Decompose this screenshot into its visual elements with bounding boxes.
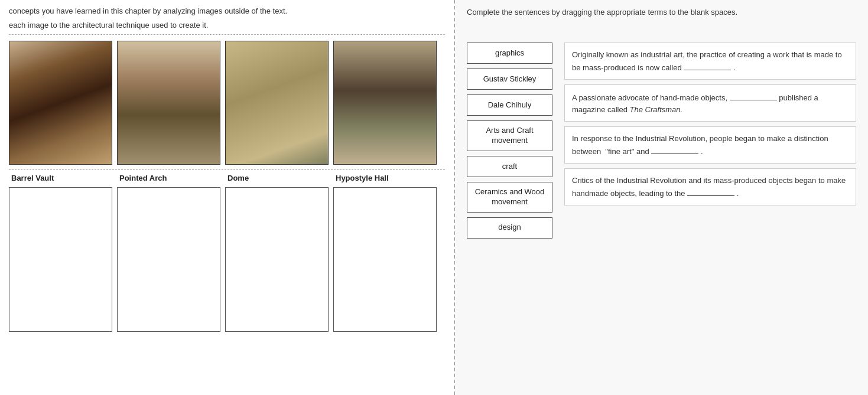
- sentence-1-text-after: .: [733, 63, 736, 72]
- colonnade-image: [226, 41, 328, 164]
- interior-image: [334, 41, 436, 164]
- label-hypostyle-hall: Hypostyle Hall: [333, 174, 437, 182]
- sentence-4: Critics of the Industrial Revolution and…: [564, 168, 856, 205]
- term-graphics[interactable]: graphics: [467, 43, 552, 64]
- image-card-interior: [333, 41, 437, 165]
- right-body: graphics Gustav Stickley Dale Chihuly Ar…: [467, 25, 856, 239]
- drop-zones-row: [9, 187, 445, 332]
- sentence-3-text-before: In response to the Industrial Revolution…: [572, 134, 828, 156]
- sentence-2-intro: A passionate advocate of hand-made objec…: [572, 93, 730, 102]
- label-pointed-arch: Pointed Arch: [117, 174, 220, 182]
- sentence-2-italic: The Craftsman.: [630, 105, 683, 114]
- sentence-3-text-after: .: [701, 147, 703, 156]
- right-instruction: Complete the sentences by dragging the a…: [467, 7, 856, 18]
- drop-zone-hypostyle-hall[interactable]: [333, 187, 437, 332]
- image-card-dome: [117, 41, 220, 165]
- label-barrel-vault: Barrel Vault: [9, 174, 112, 182]
- label-dome: Dome: [225, 174, 329, 182]
- gothic-image: [9, 41, 112, 164]
- sentences-column: Originally known as industrial art, the …: [564, 25, 856, 239]
- term-ceramics-wood[interactable]: Ceramics and Wood movement: [467, 182, 552, 213]
- drop-zone-pointed-arch[interactable]: [117, 187, 220, 332]
- term-dale-chihuly[interactable]: Dale Chihuly: [467, 94, 552, 116]
- term-gustav-stickley[interactable]: Gustav Stickley: [467, 68, 552, 90]
- sentence-4-text-after: .: [737, 189, 739, 198]
- image-card-gothic: [9, 41, 112, 165]
- divider-mid: [9, 169, 445, 170]
- image-row: [9, 41, 445, 165]
- sentence-1-blank[interactable]: [684, 61, 731, 70]
- image-card-colonnade: [225, 41, 329, 165]
- drop-zone-dome[interactable]: [225, 187, 329, 332]
- sentence-2: A passionate advocate of hand-made objec…: [564, 84, 856, 122]
- left-instruction-1: concepts you have learned in this chapte…: [9, 6, 445, 17]
- term-design[interactable]: design: [467, 217, 552, 239]
- right-panel: Complete the sentences by dragging the a…: [455, 0, 868, 395]
- divider-top: [9, 34, 445, 35]
- arch-labels-row: Barrel Vault Pointed Arch Dome Hypostyle…: [9, 174, 445, 182]
- dome-image: [118, 41, 220, 164]
- drop-zone-barrel-vault[interactable]: [9, 187, 112, 332]
- terms-column: graphics Gustav Stickley Dale Chihuly Ar…: [467, 25, 552, 239]
- sentence-3-blank[interactable]: [651, 145, 698, 154]
- sentence-2-blank[interactable]: [730, 91, 777, 100]
- term-arts-craft[interactable]: Arts and Craft movement: [467, 120, 552, 151]
- left-panel: concepts you have learned in this chapte…: [0, 0, 455, 395]
- left-instruction-2: each image to the architectural techniqu…: [9, 20, 445, 31]
- term-craft[interactable]: craft: [467, 156, 552, 177]
- sentence-4-blank[interactable]: [687, 187, 734, 196]
- sentence-3: In response to the Industrial Revolution…: [564, 126, 856, 164]
- right-inner: Complete the sentences by dragging the a…: [467, 7, 856, 388]
- sentence-1: Originally known as industrial art, the …: [564, 43, 856, 80]
